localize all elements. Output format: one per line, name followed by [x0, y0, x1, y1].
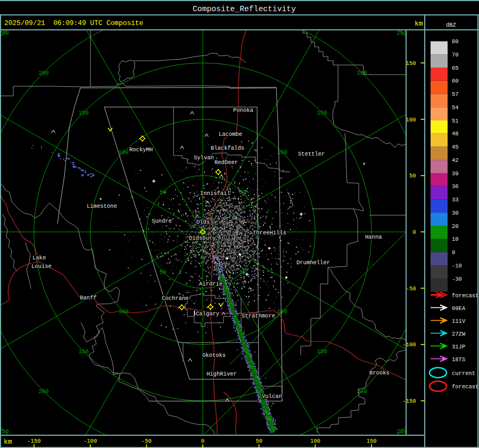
svg-text:Didsbury: Didsbury [189, 235, 216, 241]
svg-text:*: * [362, 162, 366, 169]
svg-text:-150: -150 [27, 438, 40, 444]
svg-text:48: 48 [452, 131, 459, 137]
svg-text:forecast: forecast [452, 384, 478, 390]
svg-text:100: 100 [406, 117, 416, 123]
svg-text:150: 150 [367, 438, 377, 444]
svg-text:150: 150 [79, 110, 89, 116]
svg-text:42: 42 [452, 157, 459, 164]
svg-text:50: 50 [409, 173, 416, 179]
svg-text:0: 0 [412, 229, 416, 235]
svg-text:57: 57 [452, 91, 459, 97]
svg-text:Strathmore: Strathmore [242, 313, 275, 319]
svg-text:60: 60 [452, 78, 459, 84]
svg-text:150: 150 [317, 348, 327, 355]
svg-text:200: 200 [39, 388, 49, 395]
svg-text:Innisfail: Innisfail [200, 190, 230, 197]
svg-text:100: 100 [310, 438, 320, 444]
svg-text:27ZW: 27ZW [452, 331, 466, 337]
svg-text:-100: -100 [402, 341, 416, 348]
svg-text:200: 200 [357, 70, 367, 76]
svg-text:ThreeHills: ThreeHills [253, 230, 286, 236]
svg-text:09EA: 09EA [452, 305, 466, 312]
svg-text:50: 50 [160, 269, 167, 275]
svg-text:36: 36 [452, 183, 459, 190]
svg-text:70: 70 [452, 52, 459, 58]
svg-text:-50: -50 [406, 286, 416, 292]
svg-text:Calgary: Calgary [196, 311, 219, 317]
svg-text:Ponoka: Ponoka [233, 107, 253, 113]
svg-text:Drumheller: Drumheller [296, 259, 330, 266]
svg-text:18TS: 18TS [452, 356, 465, 363]
svg-text:current: current [452, 370, 475, 377]
svg-text:Okotoks: Okotoks [202, 352, 226, 359]
svg-text:Limestone: Limestone [87, 203, 117, 209]
svg-text:Sundre: Sundre [152, 218, 172, 224]
svg-text:-30: -30 [452, 276, 462, 282]
svg-text:Lake: Lake [32, 255, 46, 261]
svg-text:Composite_Reflectivity: Composite_Reflectivity [193, 5, 296, 13]
svg-text:Stettler: Stettler [298, 151, 325, 157]
svg-text:150: 150 [79, 348, 89, 355]
svg-text:33: 33 [452, 197, 459, 203]
svg-text:51: 51 [452, 118, 459, 124]
svg-text:Sylvan: Sylvan [194, 154, 214, 161]
svg-text:10: 10 [452, 236, 459, 242]
svg-text:250: 250 [397, 30, 407, 36]
svg-text:Blackfalds: Blackfalds [211, 145, 244, 151]
svg-text:80: 80 [452, 38, 459, 45]
svg-text:0: 0 [452, 249, 455, 256]
svg-text:RockyMH: RockyMH [129, 146, 153, 153]
svg-text:Banff: Banff [80, 295, 97, 301]
svg-text:200: 200 [39, 70, 49, 76]
svg-text:km: km [415, 20, 423, 28]
svg-text:150: 150 [317, 110, 327, 116]
svg-text:Brooks: Brooks [369, 370, 390, 376]
svg-text:HighRiver: HighRiver [207, 371, 237, 377]
svg-text:39: 39 [452, 170, 459, 177]
svg-text:200: 200 [357, 388, 367, 395]
svg-text:31JP: 31JP [452, 344, 465, 350]
svg-text:Cochrane: Cochrane [162, 295, 188, 302]
svg-text:50: 50 [255, 438, 262, 444]
svg-text:111V: 111V [452, 318, 466, 324]
svg-text:km: km [4, 438, 12, 446]
svg-text:Olds: Olds [196, 219, 210, 225]
svg-text:dBZ: dBZ [446, 22, 456, 28]
svg-text:Louise: Louise [31, 263, 52, 270]
svg-text:-50: -50 [142, 438, 152, 444]
svg-text:Lacombe: Lacombe [219, 131, 242, 137]
svg-text:Airdrie: Airdrie [199, 281, 222, 287]
svg-text:0: 0 [201, 438, 204, 444]
svg-text:65: 65 [452, 65, 459, 71]
svg-text:45: 45 [452, 144, 459, 150]
svg-text:-150: -150 [402, 398, 416, 404]
svg-text:forecast: forecast [452, 292, 478, 299]
svg-text:2025/09/21 06:09:49 UTC Compo: 2025/09/21 06:09:49 UTC Composite [4, 19, 143, 27]
svg-text:RedDeer: RedDeer [214, 159, 238, 166]
svg-text:54: 54 [452, 104, 459, 111]
svg-text:-100: -100 [84, 438, 97, 444]
svg-text:Vulcan: Vulcan [262, 393, 282, 400]
svg-text:250: 250 [0, 30, 9, 36]
svg-text:150: 150 [406, 60, 416, 67]
svg-text:Hanna: Hanna [365, 234, 382, 240]
svg-text:100: 100 [119, 149, 129, 156]
svg-text:20: 20 [452, 223, 459, 230]
svg-text:-10: -10 [452, 263, 462, 269]
svg-text:30: 30 [452, 210, 459, 216]
svg-text:250: 250 [397, 428, 407, 435]
svg-text:250: 250 [0, 428, 9, 435]
